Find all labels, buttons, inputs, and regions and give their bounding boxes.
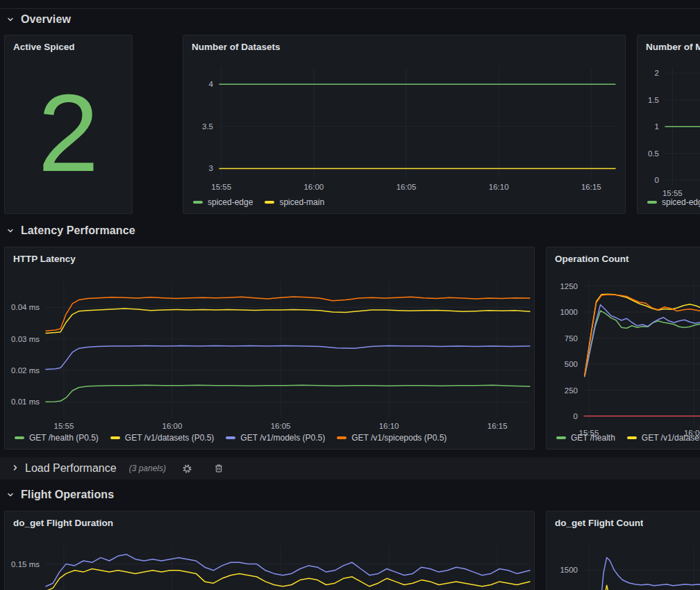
legend-label: GET /health bbox=[571, 433, 615, 443]
svg-text:2: 2 bbox=[655, 69, 659, 77]
row-delete-button[interactable] bbox=[213, 463, 224, 474]
svg-text:0.15 ms: 0.15 ms bbox=[11, 560, 40, 568]
legend-swatch bbox=[265, 201, 274, 204]
chevron-down-icon bbox=[6, 226, 15, 236]
chart-canvas[interactable]: 0.15 ms15:5516:0016:0516:1016:15 bbox=[5, 511, 535, 590]
svg-text:0.5: 0.5 bbox=[648, 149, 659, 158]
legend-swatch bbox=[556, 436, 566, 439]
section-title: Flight Operations bbox=[21, 489, 114, 501]
svg-text:1250: 1250 bbox=[560, 282, 578, 290]
legend-label: spiced-main bbox=[279, 197, 324, 207]
row-settings-button[interactable] bbox=[181, 463, 192, 474]
svg-text:1.5: 1.5 bbox=[648, 96, 659, 104]
legend-label: GET /v1/datasets bbox=[642, 433, 700, 443]
svg-text:3: 3 bbox=[209, 164, 213, 172]
legend-item[interactable]: spiced-edge bbox=[193, 197, 253, 207]
section-title: Load Performance bbox=[25, 462, 117, 475]
svg-text:4: 4 bbox=[209, 80, 214, 88]
legend-item[interactable]: spiced-edge bbox=[647, 197, 700, 207]
svg-text:15:55: 15:55 bbox=[211, 183, 231, 191]
section-header-load-performance[interactable]: Load Performance (3 panels) bbox=[0, 457, 700, 480]
panels-count-label: (3 panels) bbox=[129, 464, 166, 473]
panel-http-latency: HTTP Latency 0.01 ms0.02 ms0.03 ms0.04 m… bbox=[4, 247, 535, 450]
panel-do-get-flight-duration: do_get Flight Duration 0.15 ms15:5516:00… bbox=[4, 511, 535, 590]
svg-text:16:05: 16:05 bbox=[271, 422, 291, 430]
svg-text:16:15: 16:15 bbox=[488, 422, 508, 430]
panel-active-spiced: Active Spiced 2 bbox=[4, 35, 133, 214]
legend-item[interactable]: GET /health bbox=[556, 433, 615, 443]
panel-number-of-datasets: Number of Datasets 33.5415:5516:0016:051… bbox=[183, 35, 626, 214]
svg-text:16:10: 16:10 bbox=[489, 183, 509, 191]
svg-text:16:05: 16:05 bbox=[397, 183, 417, 191]
svg-text:15:55: 15:55 bbox=[54, 422, 74, 430]
section-header-flight-operations[interactable]: Flight Operations bbox=[6, 486, 114, 504]
svg-text:16:15: 16:15 bbox=[581, 183, 601, 191]
legend-label: spiced-edge bbox=[208, 197, 253, 207]
grafana-dashboard: Overview Active Spiced 2 Number of Datas… bbox=[0, 0, 700, 590]
section-header-overview[interactable]: Overview bbox=[6, 10, 71, 28]
panel-title[interactable]: Active Spiced bbox=[13, 42, 75, 52]
svg-text:0.04 ms: 0.04 ms bbox=[11, 303, 40, 311]
svg-text:0.02 ms: 0.02 ms bbox=[11, 366, 40, 375]
legend-swatch bbox=[110, 436, 120, 439]
svg-text:16:00: 16:00 bbox=[162, 422, 183, 430]
svg-text:15:55: 15:55 bbox=[662, 189, 683, 197]
svg-text:1000: 1000 bbox=[560, 308, 578, 316]
section-title: Overview bbox=[21, 13, 71, 26]
chart-canvas[interactable]: 02505007501000125015:5516:0016:0516:1016… bbox=[547, 247, 700, 450]
svg-text:250: 250 bbox=[565, 386, 578, 395]
legend-swatch bbox=[15, 436, 24, 439]
panel-operation-count: Operation Count 02505007501000125015:551… bbox=[546, 247, 700, 450]
chart-legend: spiced-edgespiced-main bbox=[193, 197, 324, 207]
chart-canvas[interactable]: 150015:5516:0016:0516:1016:15 bbox=[547, 511, 700, 590]
legend-item[interactable]: spiced-main bbox=[265, 197, 324, 207]
chart-canvas[interactable]: 00.511.5215:5516:0016:0516:1016:15 bbox=[638, 35, 700, 215]
svg-text:1500: 1500 bbox=[560, 566, 578, 574]
panel-do-get-flight-count: do_get Flight Count 150015:5516:0016:051… bbox=[546, 511, 700, 590]
legend-label: GET /v1/datasets (P0.5) bbox=[125, 433, 215, 443]
svg-text:16:10: 16:10 bbox=[379, 422, 399, 430]
section-header-latency-performance[interactable]: Latency Performance bbox=[6, 222, 135, 240]
chevron-down-icon bbox=[6, 490, 15, 500]
chevron-down-icon bbox=[6, 15, 15, 24]
svg-text:3.5: 3.5 bbox=[202, 122, 213, 131]
chevron-right-icon bbox=[11, 462, 19, 475]
chart-legend: spiced-edge bbox=[647, 197, 700, 207]
legend-item[interactable]: GET /v1/datasets (P0.5) bbox=[110, 433, 215, 443]
legend-swatch bbox=[647, 201, 657, 204]
trash-icon bbox=[214, 464, 224, 473]
section-title: Latency Performance bbox=[21, 224, 135, 237]
svg-text:16:00: 16:00 bbox=[303, 183, 324, 191]
legend-swatch bbox=[193, 201, 203, 204]
legend-swatch bbox=[337, 436, 347, 439]
legend-item[interactable]: GET /health (P0.5) bbox=[15, 433, 99, 443]
svg-text:1: 1 bbox=[655, 122, 659, 131]
legend-item[interactable]: GET /v1/datasets bbox=[627, 433, 700, 443]
legend-label: GET /health (P0.5) bbox=[29, 433, 99, 443]
chart-legend: GET /health (P0.5)GET /v1/datasets (P0.5… bbox=[15, 433, 447, 443]
svg-text:750: 750 bbox=[565, 334, 578, 343]
svg-text:0: 0 bbox=[574, 412, 578, 420]
stat-value: 2 bbox=[5, 62, 132, 204]
svg-text:500: 500 bbox=[565, 360, 578, 368]
chart-canvas[interactable]: 33.5415:5516:0016:0516:1016:15 bbox=[183, 35, 626, 215]
legend-label: spiced-edge bbox=[662, 197, 700, 207]
legend-item[interactable]: GET /v1/models (P0.5) bbox=[226, 433, 325, 443]
gear-icon bbox=[182, 464, 192, 474]
chart-canvas[interactable]: 0.01 ms0.02 ms0.03 ms0.04 ms15:5516:0016… bbox=[5, 247, 535, 450]
legend-swatch bbox=[627, 436, 637, 439]
legend-item[interactable]: GET /v1/spicepods (P0.5) bbox=[337, 433, 447, 443]
panel-number-of-models: Number of Models 00.511.5215:5516:0016:0… bbox=[637, 35, 700, 214]
top-toolbar-divider bbox=[0, 0, 700, 9]
svg-text:0.03 ms: 0.03 ms bbox=[11, 335, 40, 343]
svg-text:0.01 ms: 0.01 ms bbox=[11, 398, 40, 406]
legend-label: GET /v1/spicepods (P0.5) bbox=[351, 433, 447, 443]
chart-legend: GET /healthGET /v1/datasetsGET /v1/model… bbox=[556, 433, 700, 443]
legend-swatch bbox=[226, 436, 235, 439]
legend-label: GET /v1/models (P0.5) bbox=[240, 433, 325, 443]
svg-text:0: 0 bbox=[655, 176, 659, 184]
